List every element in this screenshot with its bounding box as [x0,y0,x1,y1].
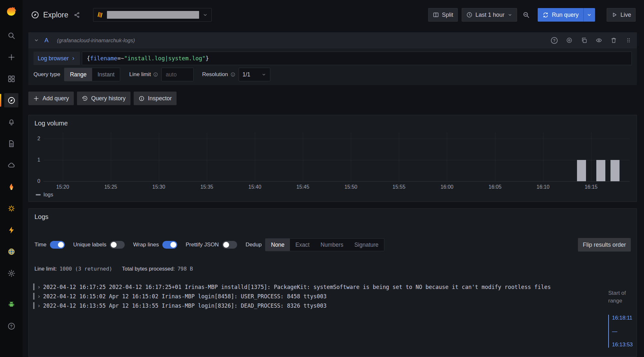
log-timestamp: 2022-04-12 16:13:55 [43,302,106,309]
drag-grip-icon[interactable] [625,37,632,44]
log-volume-bar[interactable] [610,160,620,181]
zoom-out-button[interactable] [521,10,531,20]
logs-panel: Logs Time Unique labels Wrap lines [28,208,637,357]
split-button[interactable]: Split [428,8,458,22]
record-circle-icon[interactable] [566,37,572,44]
toolbar-right: Split Last 1 hour Run query [428,8,636,22]
dedup-none[interactable]: None [265,239,290,251]
log-row[interactable]: ›2022-04-12 16:15:02Apr 12 16:15:02 Irin… [33,292,601,301]
legend-label[interactable]: logs [43,192,53,198]
wrap-lines-toggle-label: Wrap lines [133,242,159,248]
copy-icon[interactable] [581,37,587,44]
dedup-exact[interactable]: Exact [290,239,315,251]
unique-labels-toggle-label: Unique labels [73,242,106,248]
chevron-right-icon [71,56,76,61]
eye-icon[interactable] [596,37,602,44]
sync-icon [543,12,549,18]
live-label: Live [620,12,631,18]
log-message: 2022-04-12 16:17:25+01 Irinas-MBP instal… [109,284,551,290]
gridline [495,132,495,181]
info-icon[interactable] [153,72,158,77]
query-operator: =~ [117,55,124,62]
time-toggle[interactable] [50,241,65,249]
gridline [303,132,303,181]
query-row-header: A (grafanacloud-irinamarchuk-logs) ? [28,32,637,48]
alerting-bell-icon[interactable] [4,115,18,129]
lightning-plugin-icon[interactable] [4,223,18,237]
wrap-lines-toggle[interactable] [162,241,177,249]
unique-labels-toggle[interactable] [110,241,125,249]
log-rows: ›2022-04-12 16:17:252022-04-12 16:17:25+… [33,282,601,310]
clock-icon [466,12,473,18]
prettify-json-toggle-label: Prettify JSON [186,242,219,248]
log-range-indicator[interactable]: 16:18:11 — 16:13:53 [608,315,633,348]
run-query-caret-button[interactable] [583,8,595,22]
inspector-button[interactable]: Inspector [134,92,177,105]
log-volume-bar[interactable] [577,160,586,181]
log-level-bar [33,293,34,300]
x-tick-label: 15:20 [56,184,69,190]
log-volume-plot[interactable] [43,132,630,181]
explore-toolbar: Explore Split Last [23,0,644,30]
datasource-picker[interactable] [93,8,212,22]
document-icon[interactable] [4,136,18,151]
log-volume-title: Log volume [29,115,637,127]
gridline [255,132,255,181]
range-top-time: 16:18:11 [612,315,632,321]
log-row[interactable]: ›2022-04-12 16:17:252022-04-12 16:17:25+… [33,282,601,292]
flip-results-order-button[interactable]: Flip results order [578,238,631,252]
prettify-json-toggle[interactable] [222,241,237,249]
grafana-logo-icon[interactable] [4,4,18,18]
log-volume-bar[interactable] [596,160,605,181]
android-plugin-icon[interactable] [4,297,18,312]
gridline [43,139,630,139]
query-history-button[interactable]: Query history [77,92,130,105]
expand-chevron-icon[interactable]: › [38,302,40,309]
logs-meta-row: Line limit: 1000 (3 returned) Total byte… [34,266,631,272]
ring-plugin-icon[interactable] [4,201,18,215]
y-tick-label: 2 [37,136,40,142]
resolution-select[interactable]: 1/1 [239,68,270,81]
log-timestamp: 2022-04-12 16:17:25 [43,284,106,290]
run-query-button[interactable]: Run query [538,8,583,22]
logql-query-input[interactable]: {filename=~"install.log|system.log"} [82,52,632,65]
log-row[interactable]: ›2022-04-12 16:13:55Apr 12 16:13:55 Irin… [33,301,601,310]
main-area: Explore Split Last [23,0,644,357]
query-header-actions: ? [551,37,632,44]
share-icon[interactable] [73,12,80,18]
query-ref-id[interactable]: A [44,37,49,44]
help-circle-icon[interactable]: ? [551,37,558,44]
line-limit-input[interactable] [161,68,194,81]
time-range-picker[interactable]: Last 1 hour [462,8,517,22]
line-limit-meta-label: Line limit: [34,266,57,272]
globe-plugin-icon[interactable] [4,244,18,259]
help-icon[interactable]: ? [4,319,18,333]
dedup-signature[interactable]: Signature [349,239,384,251]
query-type-range[interactable]: Range [64,68,92,81]
expand-chevron-icon[interactable]: › [38,293,40,300]
query-label-name: filename [90,55,117,62]
dashboards-icon[interactable] [4,72,18,86]
create-plus-icon[interactable] [4,50,18,64]
dedup-radio-group: None Exact Numbers Signature [265,238,384,251]
dedup-numbers[interactable]: Numbers [315,239,349,251]
collapse-chevron-icon[interactable] [34,37,39,43]
explore-compass-icon[interactable] [4,93,18,107]
add-query-button[interactable]: Add query [28,92,74,105]
expand-chevron-icon[interactable]: › [38,284,40,290]
cloud-icon[interactable] [4,158,18,172]
x-tick-label: 15:35 [200,184,213,190]
info-icon[interactable] [230,72,235,77]
log-browser-button[interactable]: Log browser [34,52,80,65]
live-button[interactable]: Live [607,8,636,22]
history-icon [82,95,88,102]
search-icon[interactable] [4,28,18,43]
datasource-hint: (grafanacloud-irinamarchuk-logs) [57,37,135,44]
trash-icon[interactable] [610,37,617,44]
dedup-label: Dedup [245,242,262,248]
log-volume-xaxis: 15:2015:2515:3015:3515:4015:4515:5015:55… [43,181,630,191]
settings-gear-icon[interactable] [4,266,18,280]
fire-plugin-icon[interactable] [4,180,18,194]
log-volume-panel: Log volume 012 15:2015:2515:3015:3515:40… [28,115,637,202]
query-type-instant[interactable]: Instant [92,68,120,81]
